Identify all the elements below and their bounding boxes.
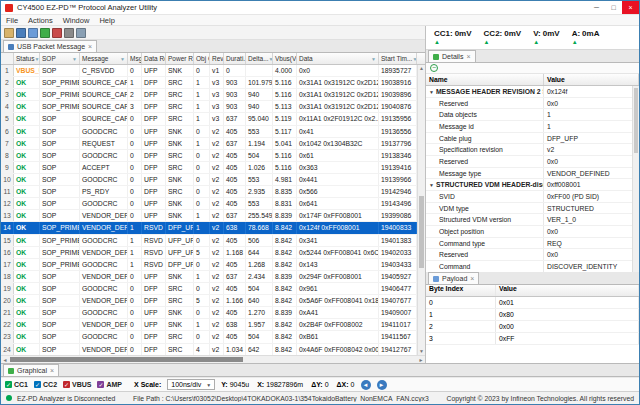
tab-close-icon[interactable]: ×: [50, 367, 54, 374]
tab-payload[interactable]: Payload ×: [428, 272, 479, 284]
packet-row[interactable]: 1VBUS_UPSOPC_RSVDD0UFPSNK0v104.0000x0189…: [1, 65, 417, 77]
packet-row[interactable]: 18OKSOPVENDOR_DEF...0UFPSNK1v26372.4348.…: [1, 271, 417, 283]
export-icon[interactable]: [28, 28, 38, 38]
column-header[interactable]: Start Tim...▼: [379, 53, 417, 64]
details-column-header[interactable]: Value: [544, 74, 639, 85]
packet-row[interactable]: 12OKSOPGOODCRC0UFPSNK0v24055538.8310x641…: [1, 198, 417, 210]
channel-toggle-cc2[interactable]: ✓CC2: [34, 381, 57, 388]
tab-details[interactable]: Details ×: [428, 50, 476, 62]
start-capture-icon[interactable]: [40, 28, 50, 38]
details-row[interactable]: ▼STRUCTURED VDM HEADER-discov...0xff0080…: [426, 179, 632, 191]
payload-column-header[interactable]: Byte Index: [426, 285, 496, 296]
details-row[interactable]: Command typeREQ: [426, 238, 632, 250]
details-row[interactable]: SVID0xFF00 (PD SID): [426, 191, 632, 203]
details-row[interactable]: Specification revisionv2: [426, 144, 632, 156]
scroll-down-icon[interactable]: ▼: [418, 348, 425, 355]
details-row[interactable]: Message typeVENDOR_DEFINED: [426, 168, 632, 180]
column-header[interactable]: SOP▼: [40, 53, 80, 64]
maximize-button[interactable]: □: [605, 1, 622, 14]
column-header[interactable]: Power R...▼: [166, 53, 194, 64]
column-header[interactable]: Msg...▼: [128, 53, 142, 64]
minimize-button[interactable]: ─: [588, 1, 605, 14]
column-header[interactable]: Delta...▼: [246, 53, 273, 64]
stop-capture-icon[interactable]: [52, 28, 62, 38]
scroll-left-icon[interactable]: ◄: [1, 356, 9, 363]
tab-close-icon[interactable]: ×: [88, 43, 92, 50]
details-scroll-thumb[interactable]: [634, 88, 638, 153]
channel-toggle-cc1[interactable]: ✓CC1: [5, 381, 28, 388]
packet-row[interactable]: 20OKSOPVENDOR_DEF...0DFPSRC5v21.1666408.…: [1, 295, 417, 307]
packet-row[interactable]: 23OKSOPGOODCRC0DFPSRC0v24055048.8420xB61…: [1, 331, 417, 343]
column-header[interactable]: Obj C...▼: [194, 53, 210, 64]
payload-row[interactable]: 10x80: [426, 309, 639, 321]
payload-row[interactable]: 30xFF: [426, 333, 639, 345]
details-row[interactable]: ▼MESSAGE HEADER REVISION 2 SOF0x124f: [426, 86, 632, 98]
column-header[interactable]: Rev▼: [210, 53, 224, 64]
close-button[interactable]: ×: [622, 1, 639, 14]
channel-toggle-vbus[interactable]: ✓VBUS: [63, 381, 91, 388]
details-row[interactable]: Cable plugDFP_UFP: [426, 133, 632, 145]
details-row[interactable]: Reserved0x0: [426, 156, 632, 168]
vertical-scrollbar[interactable]: ▲ ▼: [417, 65, 425, 355]
packet-row[interactable]: 8OKSOPGOODCRC0DFPSRC0v24055045.1160x6119…: [1, 150, 417, 162]
packet-row[interactable]: 5OKSOPSOURCE_CAPA...0DFPSRC1v363795.0405…: [1, 113, 417, 125]
tab-close-icon[interactable]: ×: [470, 275, 474, 282]
packet-row[interactable]: 10OKSOPGOODCRC0UFPSNK0v24055534.9810x441…: [1, 174, 417, 186]
menu-window[interactable]: Window: [58, 15, 95, 25]
scroll-up-icon[interactable]: ▲: [418, 65, 425, 72]
column-header[interactable]: Data Role▼: [142, 53, 166, 64]
settings-icon[interactable]: [76, 28, 86, 38]
packet-row[interactable]: 6OKSOPGOODCRC0UFPSNK0v24055535.1170x4119…: [1, 126, 417, 138]
save-icon[interactable]: [16, 28, 26, 38]
packet-row[interactable]: 22OKSOPVENDOR_DEF...0UFPSNK1v26381.9578.…: [1, 319, 417, 331]
details-column-header[interactable]: Name: [426, 74, 544, 85]
details-row[interactable]: VDM typeSTRUCTURED: [426, 203, 632, 215]
details-row[interactable]: Object position0x0: [426, 226, 632, 238]
packet-row[interactable]: 24OKSOPVENDOR_DEF...0DFPSRC4v21.0346428.…: [1, 344, 417, 355]
packet-row[interactable]: 2OKSOP_PRIMESOURCE_CAPA...1DFPSRC1v39031…: [1, 77, 417, 89]
packet-row[interactable]: 13OKSOPVENDOR_DEF...0UFPSNK1v2637255.549…: [1, 210, 417, 222]
packet-row[interactable]: 21OKSOPGOODCRC0UFPSNK0v24051.2708.8390xA…: [1, 307, 417, 319]
payload-row[interactable]: 20x00: [426, 321, 639, 333]
pan-right-button[interactable]: ►: [377, 380, 387, 390]
menu-help[interactable]: Help: [94, 15, 119, 25]
scroll-right-icon[interactable]: ►: [417, 356, 425, 363]
details-row[interactable]: CommandDISCOVER_IDENTITY: [426, 261, 632, 272]
packet-row[interactable]: 14OKSOP_PRIMEVENDOR_DEF...1RSVDDFP_UP1v2…: [1, 222, 417, 234]
details-row[interactable]: Message id1: [426, 121, 632, 133]
menu-actions[interactable]: Actions: [23, 15, 58, 25]
column-header[interactable]: Vbus(V)▼: [273, 53, 297, 64]
horizontal-scrollbar[interactable]: ◄ ►: [1, 355, 425, 363]
x-scale-dropdown[interactable]: 100ns/div ▼: [167, 379, 215, 390]
details-row[interactable]: Reserved0x0: [426, 249, 632, 261]
graph-view-icon[interactable]: [64, 28, 74, 38]
collapse-all-button[interactable]: −: [430, 64, 438, 72]
scroll-thumb[interactable]: [419, 196, 424, 269]
column-header[interactable]: Data▼: [297, 53, 379, 64]
details-row[interactable]: Reserved0x0: [426, 98, 632, 110]
column-header[interactable]: Durati...▼: [224, 53, 246, 64]
payload-column-header[interactable]: Value: [496, 285, 639, 296]
packet-row[interactable]: 4OKSOP_PRIMESOURCE_CAPA...3DFPSRC1v39039…: [1, 101, 417, 113]
packet-row[interactable]: 19OKSOPGOODCRC0DFPSRC0v24055048.8420x961…: [1, 283, 417, 295]
packet-row[interactable]: 7OKSOPREQUEST0UFPSNK1v26371.1945.0410x10…: [1, 138, 417, 150]
details-row[interactable]: Structured VDM versionVER_1_0: [426, 214, 632, 226]
menu-file[interactable]: File: [1, 15, 23, 25]
packet-row[interactable]: 3OKSOP_PRIMESOURCE_CAPA...2DFPSRC1v39039…: [1, 89, 417, 101]
payload-row[interactable]: 00x01: [426, 297, 639, 309]
packet-row[interactable]: 11OKSOPPS_RDY0DFPSRC0v24052.9358.8350x56…: [1, 186, 417, 198]
pan-left-button[interactable]: ◄: [361, 380, 371, 390]
packet-row[interactable]: 9OKSOPACCEPT0DFPSRC0v24051.0265.1160x363…: [1, 162, 417, 174]
channel-toggle-amp[interactable]: ✓AMP: [97, 381, 122, 388]
packet-row[interactable]: 15OKSOP_PRIMEGOODCRC1RSVDUFP_UP0v2405506…: [1, 235, 417, 247]
tab-close-icon[interactable]: ×: [466, 53, 470, 60]
packet-row[interactable]: 16OKSOP_PRIMEVENDOR_DEF...1RSVDUFP_UP5v2…: [1, 247, 417, 259]
tab-graphical[interactable]: Graphical ×: [3, 364, 59, 376]
column-header[interactable]: Message▼: [80, 53, 128, 64]
open-file-icon[interactable]: [4, 28, 14, 38]
details-row[interactable]: Data objects1: [426, 109, 632, 121]
column-header[interactable]: Status▼: [14, 53, 40, 64]
hscroll-thumb[interactable]: [10, 357, 243, 362]
packet-row[interactable]: 17OKSOP_PRIMEGOODCRC1RSVDDFP_UP0v24051.2…: [1, 259, 417, 271]
details-scrollbar[interactable]: [632, 86, 639, 272]
